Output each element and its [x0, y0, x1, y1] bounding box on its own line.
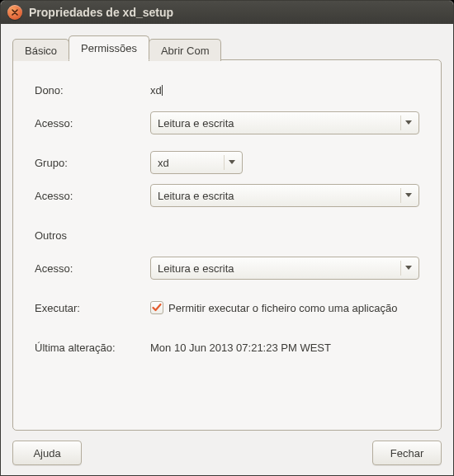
help-button[interactable]: Ajuda: [12, 441, 82, 465]
tab-label: Abrir Com: [161, 45, 210, 57]
tab-permissions[interactable]: Permissões: [69, 35, 149, 60]
tab-bar: Básico Permissões Abrir Com: [12, 35, 442, 60]
label-others-access: Acesso:: [35, 262, 150, 275]
permissions-panel: Dono: xd Acesso: Leitura e escrita: [12, 59, 442, 431]
tab-openwith[interactable]: Abrir Com: [149, 39, 222, 61]
row-group-access: Acesso: Leitura e escrita: [35, 184, 419, 207]
select-value: Leitura e escrita: [158, 117, 234, 130]
select-value: xd: [158, 157, 169, 169]
button-bar: Ajuda Fechar: [12, 431, 442, 465]
label-others: Outros: [35, 229, 150, 242]
chevron-down-icon: [400, 261, 415, 276]
close-button[interactable]: Fechar: [372, 441, 442, 465]
select-value: Leitura e escrita: [158, 190, 234, 202]
row-group: Grupo: xd: [35, 151, 419, 174]
row-others-header: Outros: [35, 224, 419, 247]
others-access-select[interactable]: Leitura e escrita: [150, 257, 419, 280]
label-group-access: Acesso:: [35, 190, 150, 202]
tab-label: Permissões: [81, 42, 137, 54]
label-owner: Dono:: [35, 84, 150, 97]
label-last-change: Última alteração:: [35, 342, 150, 354]
tab-label: Básico: [25, 45, 57, 57]
owner-value: xd: [150, 84, 162, 97]
chevron-down-icon: [400, 115, 415, 130]
close-window-button[interactable]: [7, 5, 22, 20]
button-label: Ajuda: [33, 447, 60, 460]
execute-checkbox[interactable]: [150, 301, 163, 314]
last-change-value: Mon 10 Jun 2013 07:21:23 PM WEST: [150, 342, 331, 354]
content: Básico Permissões Abrir Com Dono: xd Ace…: [1, 24, 453, 475]
chevron-down-icon: [400, 188, 415, 203]
label-owner-access: Acesso:: [35, 117, 150, 130]
group-access-select[interactable]: Leitura e escrita: [150, 184, 419, 207]
row-others-access: Acesso: Leitura e escrita: [35, 257, 419, 280]
group-select[interactable]: xd: [150, 151, 243, 174]
titlebar: Propriedades de xd_setup: [1, 1, 453, 24]
select-value: Leitura e escrita: [158, 262, 234, 275]
execute-checkbox-label[interactable]: Permitir executar o ficheiro como uma ap…: [168, 302, 397, 314]
label-group: Grupo:: [35, 157, 150, 169]
chevron-down-icon: [224, 155, 239, 170]
row-owner-access: Acesso: Leitura e escrita: [35, 111, 419, 134]
label-execute: Executar:: [35, 302, 150, 314]
button-label: Fechar: [390, 447, 423, 460]
owner-access-select[interactable]: Leitura e escrita: [150, 111, 419, 134]
close-icon: [12, 9, 18, 16]
row-last-change: Última alteração: Mon 10 Jun 2013 07:21:…: [35, 336, 419, 359]
tab-basic[interactable]: Básico: [12, 39, 69, 61]
properties-window: Propriedades de xd_setup Básico Permissõ…: [0, 0, 454, 476]
row-execute: Executar: Permitir executar o ficheiro c…: [35, 296, 419, 319]
row-owner: Dono: xd: [35, 78, 419, 101]
check-icon: [152, 303, 162, 313]
window-title: Propriedades de xd_setup: [29, 6, 173, 19]
